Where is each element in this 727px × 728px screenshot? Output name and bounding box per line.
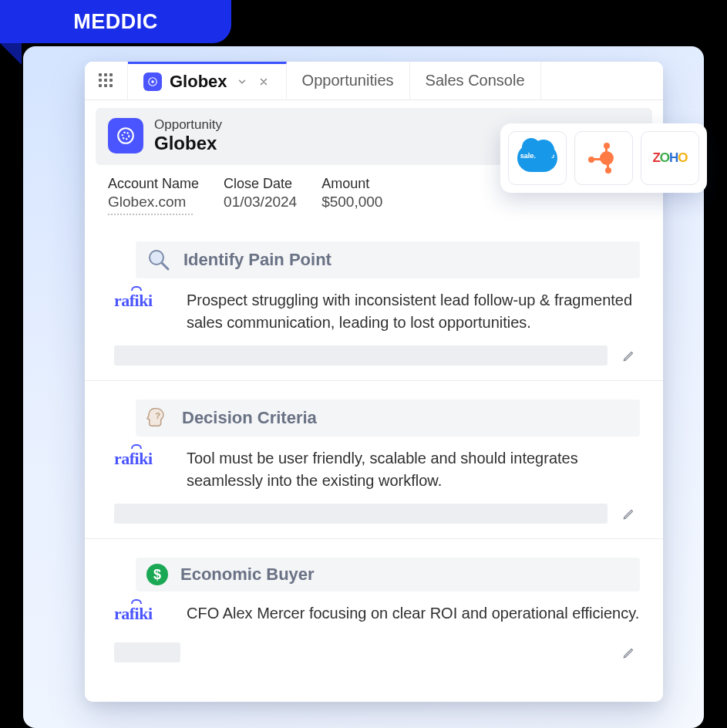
text-input-short[interactable] [114,642,180,662]
tab-label: Sales Console [426,72,525,89]
section-decision-criteria: ? Decision Criteria rafiki Tool must be … [85,381,663,539]
edit-button[interactable] [618,503,640,524]
record-type-label: Opportunity [154,117,222,133]
svg-line-5 [162,263,168,269]
section-body-text: Prospect struggling with inconsistent le… [187,289,640,334]
svg-point-1 [151,80,154,83]
tab-sales-console[interactable]: Sales Console [410,62,541,100]
tab-bar: Globex Opportunities Sales Console [85,62,663,100]
svg-point-2 [118,128,133,143]
section-title: Economic Buyer [180,565,315,585]
svg-point-3 [123,133,130,140]
field-label: Account Name [108,176,199,192]
amount-field: Amount $500,000 [321,176,382,215]
record-name: Globex [154,133,222,154]
magnifier-icon [146,248,171,272]
rafiki-logo: rafiki [114,291,174,311]
section-pain-point: Identify Pain Point rafiki Prospect stru… [85,223,663,381]
meddic-badge-fold [0,43,22,65]
edit-button[interactable] [618,345,640,366]
head-question-icon: ? [146,406,170,430]
field-label: Amount [321,176,382,192]
section-title: Identify Pain Point [183,250,332,270]
integrations-card: salesforce ZOHO [500,123,707,193]
edit-button[interactable] [618,642,640,663]
field-value: 01/03/2024 [224,194,297,211]
close-icon[interactable] [257,75,271,89]
pencil-icon [622,645,636,659]
tab-label: Globex [170,72,227,92]
section-header: Identify Pain Point [136,241,640,278]
opportunity-icon [108,118,143,153]
app-launcher-button[interactable] [85,62,128,100]
close-date-field: Close Date 01/03/2024 [224,176,297,215]
field-value: $500,000 [321,194,382,211]
rafiki-logo: rafiki [114,449,174,469]
integration-salesforce[interactable]: salesforce [508,131,567,185]
section-header: ? Decision Criteria [136,399,640,436]
svg-text:?: ? [155,411,160,420]
meddic-badge-label: MEDDIC [73,10,158,34]
meddic-badge: MEDDIC [0,0,231,43]
dollar-icon: $ [146,564,168,585]
section-header: $ Economic Buyer [136,558,640,592]
chevron-down-icon[interactable] [235,75,249,89]
account-name-field: Account Name Globex.com [108,176,199,215]
opportunity-icon [143,72,162,91]
app-launcher-icon [99,73,114,89]
integration-zoho[interactable]: ZOHO [641,131,699,185]
tab-globex[interactable]: Globex [128,62,287,100]
integration-hubspot[interactable] [574,131,633,185]
text-input[interactable] [114,345,608,366]
section-economic-buyer: $ Economic Buyer rafiki CFO Alex Mercer … [85,539,663,677]
section-body-text: Tool must be user friendly, scalable and… [187,447,640,492]
salesforce-icon: salesforce [517,144,557,172]
editable-underline [108,214,193,215]
section-title: Decision Criteria [182,408,317,428]
text-input[interactable] [114,504,608,524]
zoho-icon: ZOHO [652,150,687,166]
tab-label: Opportunities [302,72,394,89]
pencil-icon [622,349,636,362]
hubspot-icon [588,143,619,174]
rafiki-logo: rafiki [114,604,174,624]
field-value[interactable]: Globex.com [108,194,199,211]
pencil-icon [622,507,636,521]
section-body-text: CFO Alex Mercer focusing on clear ROI an… [187,602,640,625]
field-label: Close Date [224,176,297,192]
tab-opportunities[interactable]: Opportunities [287,62,410,100]
